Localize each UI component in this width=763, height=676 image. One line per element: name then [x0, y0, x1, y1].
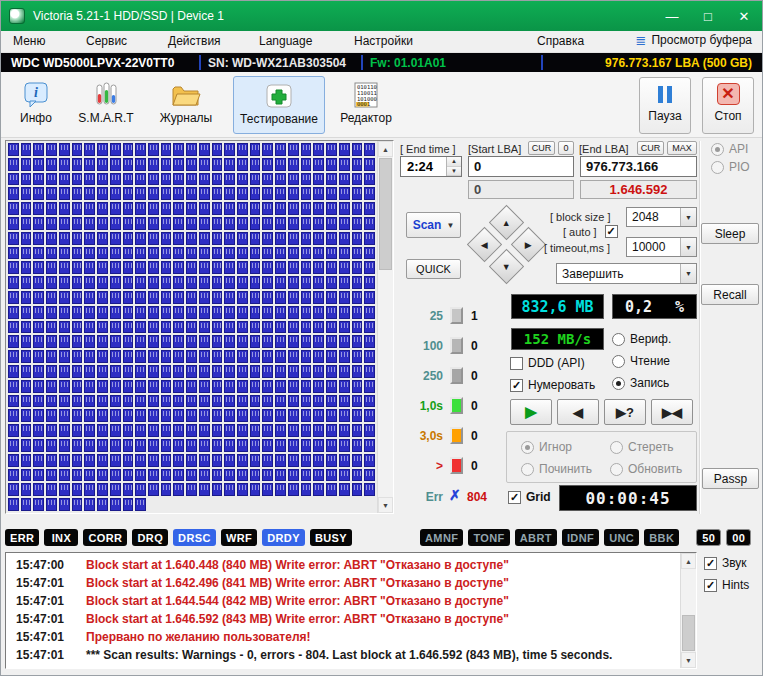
menu-item-2[interactable]: Действия	[168, 34, 221, 48]
close-button[interactable]: ✕	[726, 1, 762, 31]
menu-item-4[interactable]: Настройки	[354, 34, 413, 48]
hints-row: ✓ Hints	[704, 578, 749, 592]
step-back-button[interactable]: ◀	[557, 399, 599, 425]
spin-down-arrow[interactable]: ▼	[447, 167, 461, 177]
end-time-spinner[interactable]: 2:24 ▲ ▼	[400, 156, 462, 177]
log-scrollbar[interactable]: ▲ ▼	[680, 553, 696, 668]
scan-block	[212, 187, 223, 200]
scan-block	[33, 483, 44, 496]
passport-button[interactable]: Passp	[702, 468, 759, 489]
scan-block	[250, 247, 261, 260]
scan-block	[148, 454, 159, 467]
scroll-down-arrow[interactable]: ▼	[681, 652, 696, 668]
start-lba-input[interactable]: 0	[468, 156, 574, 177]
scan-block	[364, 217, 375, 230]
scroll-thumb[interactable]	[379, 158, 392, 270]
minimize-button[interactable]: —	[654, 1, 690, 31]
ignore-radio[interactable]	[521, 441, 534, 454]
refresh-radio[interactable]	[610, 463, 623, 476]
scan-block	[212, 143, 223, 156]
scan-block	[326, 424, 337, 437]
scan-block	[339, 365, 350, 378]
scan-map-scrollbar[interactable]: ▲ ▼	[377, 141, 393, 513]
scan-block	[59, 173, 70, 186]
counter-label: 3,0s	[401, 429, 443, 443]
menu-item-0[interactable]: Меню	[13, 34, 45, 48]
scroll-up-arrow[interactable]: ▲	[681, 553, 696, 569]
erase-radio[interactable]	[610, 441, 623, 454]
scroll-down-arrow[interactable]: ▼	[378, 497, 393, 513]
hints-checkbox[interactable]: ✓	[704, 579, 717, 592]
scan-block	[59, 261, 70, 274]
verify-radio[interactable]	[612, 333, 625, 346]
erase-radio-label: Стереть	[628, 440, 673, 454]
journals-tab[interactable]: Журналы	[153, 76, 219, 134]
block-size-combo[interactable]: 2048 ▼	[626, 207, 697, 227]
scan-block	[250, 469, 261, 482]
spin-up-arrow[interactable]: ▲	[447, 157, 461, 167]
on-finish-combo[interactable]: Завершить ▼	[556, 263, 697, 284]
sound-checkbox[interactable]: ✓	[704, 557, 717, 570]
counter-swatch[interactable]	[450, 427, 463, 444]
timeout-combo[interactable]: 10000 ▼	[626, 237, 697, 257]
counter-swatch[interactable]	[450, 307, 463, 324]
counter-swatch[interactable]	[450, 397, 463, 414]
start-test-button[interactable]: ▶	[510, 399, 552, 425]
pio-radio[interactable]	[711, 161, 724, 174]
scan-button[interactable]: Scan ▼	[406, 212, 461, 238]
go-to-end-button[interactable]: ▶◀	[651, 399, 693, 425]
start-lba-cur-button[interactable]: CUR	[528, 141, 555, 155]
ddd-api-checkbox[interactable]: ✓	[510, 357, 523, 370]
scan-block	[250, 143, 261, 156]
stop-button[interactable]: ✕ Стоп	[702, 77, 754, 134]
end-lba-max-button[interactable]: MAX	[667, 141, 697, 155]
scan-block	[326, 202, 337, 215]
scan-block	[186, 380, 197, 393]
quick-button[interactable]: QUICK	[406, 259, 461, 279]
info-tab[interactable]: i Инфо	[3, 76, 69, 134]
device-bar-separator	[541, 55, 543, 70]
buffer-view-button[interactable]: ≣ Просмотр буфера	[636, 33, 752, 47]
repair-radio[interactable]	[521, 463, 534, 476]
menu-item-3[interactable]: Language	[259, 34, 312, 48]
testing-tab-active[interactable]: Тестирование	[233, 76, 325, 134]
scroll-thumb[interactable]	[682, 615, 695, 651]
scan-block	[313, 247, 324, 260]
api-radio[interactable]	[711, 143, 724, 156]
scan-block	[8, 350, 19, 363]
read-radio[interactable]	[612, 355, 625, 368]
counter-swatch[interactable]	[450, 457, 463, 474]
grid-checkbox[interactable]: ✓	[508, 491, 521, 504]
scan-block	[110, 424, 121, 437]
scan-block	[161, 247, 172, 260]
counter-swatch[interactable]	[450, 367, 463, 384]
menu-item-1[interactable]: Сервис	[86, 34, 127, 48]
counter-swatch[interactable]	[450, 337, 463, 354]
chevron-down-icon[interactable]: ▼	[680, 238, 696, 256]
scroll-up-arrow[interactable]: ▲	[378, 141, 393, 157]
auto-checkbox[interactable]: ✓	[605, 225, 618, 238]
pause-button[interactable]: Пауза	[639, 77, 691, 134]
sleep-button[interactable]: Sleep	[701, 223, 759, 244]
menu-item-5[interactable]: Справка	[537, 34, 584, 48]
smart-tab[interactable]: S.M.A.R.T	[73, 76, 139, 134]
write-radio[interactable]	[612, 377, 625, 390]
chevron-down-icon[interactable]: ▼	[680, 208, 696, 226]
scan-block	[135, 483, 146, 496]
editor-tab[interactable]: 010110 110011 101000 0001 Редактор	[333, 76, 399, 134]
start-lba-zero-button[interactable]: 0	[558, 141, 574, 155]
end-lba-cur-button[interactable]: CUR	[637, 141, 664, 155]
scan-block	[173, 350, 184, 363]
arrow-right-button[interactable]: ▶	[511, 227, 546, 262]
recall-button[interactable]: Recall	[701, 284, 759, 305]
chevron-down-icon[interactable]: ▼	[680, 264, 696, 283]
window-controls: — □ ✕	[654, 1, 762, 31]
numerate-checkbox[interactable]: ✓	[510, 379, 523, 392]
scan-block	[313, 261, 324, 274]
end-lba-input[interactable]: 976.773.166	[580, 156, 697, 177]
arrow-down-button[interactable]: ▼	[489, 249, 524, 284]
seek-test-button[interactable]: ▶?	[604, 399, 646, 425]
timeout-label: [ timeout,ms ]	[544, 242, 610, 254]
maximize-button[interactable]: □	[690, 1, 726, 31]
scan-block	[21, 202, 32, 215]
